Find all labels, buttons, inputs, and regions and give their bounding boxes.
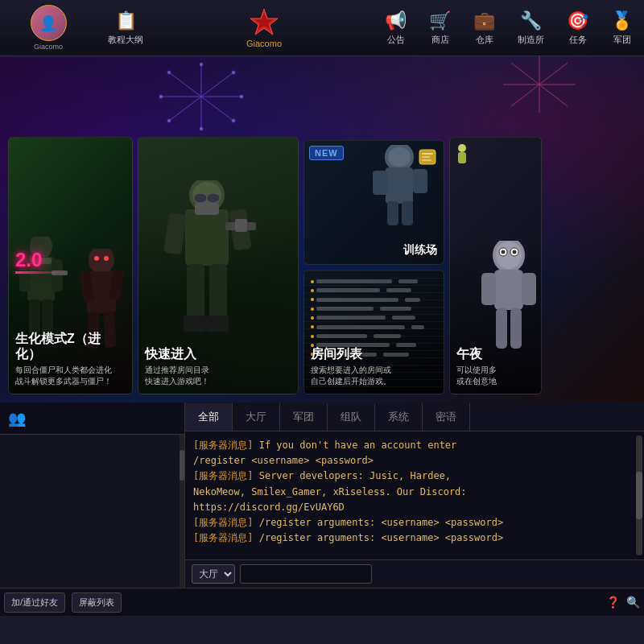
block-list-button[interactable]: 屏蔽列表	[72, 592, 122, 613]
sidebar-top: 👥	[0, 402, 184, 435]
svg-rect-49	[187, 264, 204, 320]
guild-label: 军团	[613, 34, 631, 46]
shop-icon: 🛒	[429, 10, 451, 31]
midnight-figure-icon	[454, 144, 470, 163]
msg1-label: [服务器消息]	[193, 440, 253, 451]
msg1-text: If you don't have an account enter	[253, 440, 456, 451]
chat-tab-team[interactable]: 组队	[328, 403, 375, 431]
mission-icon: 🎯	[567, 10, 588, 31]
svg-rect-59	[373, 171, 387, 195]
hero-banner: 2.0 生化模式Z（进化） 每回合僵尸和人类都会进化 战斗解锁更多武器与僵尸！	[0, 56, 644, 402]
svg-rect-52	[206, 316, 229, 332]
svg-rect-66	[422, 159, 431, 161]
svg-point-55	[207, 193, 220, 203]
chat-message-7: [服务器消息] /register arguments: <username> …	[193, 530, 636, 546]
svg-point-57	[388, 147, 411, 167]
shop-label: 商店	[431, 34, 449, 46]
training-new-badge: NEW	[309, 146, 344, 160]
chat-scrollbar-thumb	[636, 472, 642, 520]
message-input[interactable]	[240, 564, 372, 584]
nav-item-announcement[interactable]: 📢 公告	[374, 4, 418, 52]
announcement-icon: 📢	[385, 10, 407, 31]
nav-item-mission[interactable]: 🎯 任务	[555, 4, 600, 52]
card-bio[interactable]: 2.0 生化模式Z（进化） 每回合僵尸和人类都会进化 战斗解锁更多武器与僵尸！	[8, 137, 133, 394]
guild-icon: 🏅	[611, 10, 633, 31]
svg-rect-65	[422, 156, 430, 158]
warehouse-icon: 💼	[473, 10, 495, 31]
msg7-label: [服务器消息]	[193, 532, 253, 543]
svg-rect-60	[413, 169, 427, 193]
msg7-text: /register arguments: <username> <passwor…	[253, 532, 503, 543]
chat-message-2: /register <username> <password>	[193, 453, 636, 469]
rooms-card-title: 房间列表	[311, 346, 437, 361]
workshop-label: 制造所	[518, 34, 544, 46]
svg-rect-50	[209, 264, 227, 320]
mission-label: 任务	[569, 34, 587, 46]
msg5-text: https://discord.gg/EvUAY6D	[193, 502, 345, 513]
bio-card-title: 生化模式Z（进化）	[15, 331, 126, 361]
svg-rect-74	[481, 273, 496, 305]
svg-rect-73	[494, 270, 523, 310]
bottom-section: 👥 全部 大厅 军团 组队 系统 密语 [服务器消息] I	[0, 402, 644, 644]
nav-items: 📋 教程大纲 Giacomo 📢 公告 🛒 商店 💼 仓库 🔧 制造所	[97, 1, 644, 55]
svg-rect-64	[422, 153, 433, 155]
svg-point-34	[89, 249, 114, 275]
rooms-card-desc: 搜索想要进入的房间或 自己创建后开始游戏。	[311, 365, 437, 387]
msg3-label: [服务器消息]	[193, 470, 253, 481]
quick-soldier-figure	[155, 180, 259, 349]
card-rooms[interactable]: 房间列表 搜索想要进入的房间或 自己创建后开始游戏。	[303, 270, 444, 394]
cards-row: 2.0 生化模式Z（进化） 每回合僵尸和人类都会进化 战斗解锁更多武器与僵尸！	[0, 56, 644, 402]
chat-messages: [服务器消息] If you don't have an account ent…	[185, 431, 644, 559]
announcement-label: 公告	[387, 34, 405, 46]
chat-tab-system[interactable]: 系统	[375, 403, 423, 431]
msg3-text: Server developers: Jusic, Hardee,	[253, 470, 451, 481]
channel-select[interactable]: 大厅 军团 组队 系统	[192, 564, 235, 584]
chat-tabs: 全部 大厅 军团 组队 系统 密语	[185, 402, 644, 431]
nav-logo: 👤 Giacomo	[0, 0, 97, 56]
midnight-card-overlay: 午夜 可以使用多 或在创意地	[450, 340, 541, 394]
midnight-card-desc: 可以使用多 或在创意地	[456, 365, 535, 387]
add-friend-button[interactable]: 加/通过好友	[4, 592, 65, 613]
svg-rect-51	[184, 316, 206, 332]
nav-item-workshop[interactable]: 🔧 制造所	[506, 4, 555, 52]
chat-tab-private[interactable]: 密语	[423, 403, 470, 431]
tutorial-label: 教程大纲	[108, 34, 143, 46]
msg6-text: /register arguments: <username> <passwor…	[253, 517, 503, 528]
chat-scrollbar[interactable]	[636, 436, 642, 555]
svg-point-78	[458, 144, 466, 152]
sidebar-scrollbar[interactable]	[180, 435, 184, 588]
help-icon[interactable]: ❓	[606, 596, 620, 609]
chat-message-5: https://discord.gg/EvUAY6D	[193, 500, 636, 515]
card-quick[interactable]: 快速进入 通过推荐房间目录 快速进入游戏吧！	[138, 137, 299, 394]
nav-item-guild[interactable]: 🏅 军团	[600, 4, 644, 52]
input-area: 大厅 军团 组队 系统	[185, 560, 378, 588]
svg-point-72	[513, 250, 517, 254]
chat-tab-lobby[interactable]: 大厅	[233, 403, 280, 431]
nav-item-shop[interactable]: 🛒 商店	[418, 4, 462, 52]
card-midnight[interactable]: 午夜 可以使用多 或在创意地	[449, 137, 542, 394]
quick-card-title: 快速进入	[145, 346, 291, 361]
bio-version-underline	[15, 271, 64, 274]
chat-area: 👥 全部 大厅 军团 组队 系统 密语 [服务器消息] I	[0, 402, 644, 588]
nav-item-warehouse[interactable]: 💼 仓库	[462, 4, 506, 52]
chat-tab-guild[interactable]: 军团	[280, 403, 328, 431]
chat-message-4: NekoMeow, Smilex_Gamer, xRiseless. Our D…	[193, 485, 636, 500]
card-training[interactable]: NEW 训练场	[303, 140, 444, 265]
svg-rect-53	[195, 203, 219, 215]
sidebar-scroll[interactable]	[0, 435, 184, 588]
card-icon	[418, 147, 437, 167]
chat-main: 全部 大厅 军团 组队 系统 密语 [服务器消息] If you don't h…	[185, 402, 644, 588]
chat-message-1: [服务器消息] If you don't have an account ent…	[193, 438, 636, 453]
workshop-icon: 🔧	[520, 10, 542, 31]
search-icon[interactable]: 🔍	[626, 596, 640, 609]
sidebar-scrollbar-thumb	[180, 450, 184, 481]
chat-tab-all[interactable]: 全部	[185, 403, 233, 431]
nav-item-astar[interactable]: Giacomo	[155, 1, 374, 55]
chat-bottom-bar: 加/通过好友 屏蔽列表 ❓ 🔍	[0, 588, 644, 616]
nav-item-tutorial[interactable]: 📋 教程大纲	[97, 4, 155, 52]
svg-rect-58	[386, 167, 413, 204]
midnight-card-title: 午夜	[456, 346, 535, 361]
chat-message-6: [服务器消息] /register arguments: <username> …	[193, 515, 636, 530]
astar-logo-icon	[250, 7, 279, 36]
msg6-label: [服务器消息]	[193, 517, 253, 528]
